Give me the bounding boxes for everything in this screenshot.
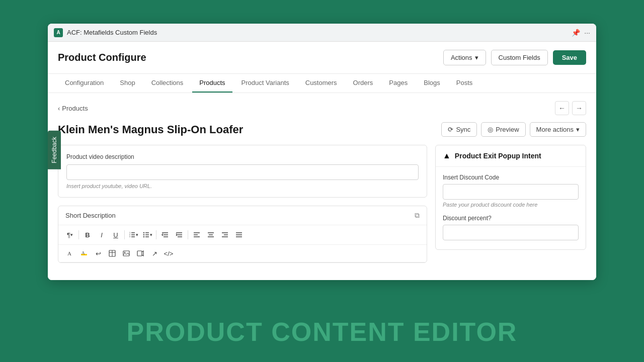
tab-product-variants[interactable]: Product Variants [234, 74, 296, 93]
underline-button[interactable]: U [109, 228, 122, 241]
more-actions-button[interactable]: More actions ▾ [530, 122, 586, 137]
align-left-button[interactable] [190, 228, 203, 241]
breadcrumb-nav: ← → [555, 101, 586, 115]
link-button[interactable]: ↗ [148, 247, 161, 260]
toolbar-row1: ¶ ▾ B I U 123 ▾ [58, 225, 427, 245]
table-button[interactable] [106, 247, 119, 260]
actions-button[interactable]: Actions ▾ [443, 50, 486, 65]
ordered-list-button[interactable]: 123 ▾ [127, 228, 140, 241]
breadcrumb-back-icon: ‹ [58, 105, 60, 112]
preview-icon: ◎ [488, 126, 493, 133]
feedback-tab[interactable]: Feedback [48, 131, 61, 169]
sync-label: Sync [456, 126, 470, 133]
svg-point-8 [143, 234, 144, 235]
two-col-layout: Product video description Insert product… [58, 145, 586, 263]
actions-chevron-icon: ▾ [475, 54, 478, 61]
product-actions: ⟳ Sync ◎ Preview More actions ▾ [441, 122, 586, 137]
indent-button[interactable] [173, 228, 186, 241]
feedback-label: Feedback [51, 137, 58, 163]
side-column: ▲ Product Exit Popup Intent Insert Disco… [435, 145, 586, 250]
discount-code-label: Insert Discount Code [443, 174, 579, 181]
breadcrumb-next-button[interactable]: → [572, 101, 586, 115]
tab-configuration[interactable]: Configuration [58, 74, 111, 93]
svg-point-10 [143, 236, 144, 237]
tab-collections[interactable]: Collections [144, 74, 191, 93]
breadcrumb-prev-button[interactable]: ← [555, 101, 569, 115]
image-button[interactable] [120, 247, 133, 260]
svg-rect-38 [137, 251, 142, 256]
discount-percent-label: Discount percent? [443, 215, 579, 222]
outdent-button[interactable] [158, 228, 172, 241]
ul-chevron-icon: ▾ [150, 232, 152, 237]
code-button[interactable]: </> [162, 247, 175, 260]
italic-button[interactable]: I [95, 228, 108, 241]
product-title-row: Klein Men's Magnus Slip-On Loafer ⟳ Sync… [58, 122, 586, 137]
tab-posts[interactable]: Posts [449, 74, 480, 93]
preview-label: Preview [496, 126, 519, 133]
toolbar-sep1 [78, 230, 79, 239]
tab-pages[interactable]: Pages [382, 74, 415, 93]
tab-products[interactable]: Products [192, 74, 232, 93]
header-actions: Actions ▾ Custom Fields Save [443, 50, 586, 65]
unordered-list-button[interactable]: ▾ [141, 228, 154, 241]
sync-button[interactable]: ⟳ Sync [441, 122, 477, 137]
collapse-icon[interactable]: ▲ [443, 151, 451, 160]
more-actions-chevron-icon: ▾ [576, 126, 580, 133]
toolbar-sep2 [124, 230, 125, 239]
highlight-button[interactable]: A [77, 247, 91, 260]
svg-text:A: A [67, 250, 71, 256]
tab-orders[interactable]: Orders [346, 74, 380, 93]
svg-text:3: 3 [129, 235, 131, 238]
app-header: Product Configure Actions ▾ Custom Field… [48, 42, 596, 74]
browser-chrome: A ACF: Metafields Custom Fields 📌 ··· [48, 24, 596, 42]
toolbar-sep3 [156, 230, 156, 239]
align-right-button[interactable] [218, 228, 231, 241]
para-chevron-icon: ▾ [70, 232, 73, 237]
bold-button[interactable]: B [81, 228, 94, 241]
video-field-hint: Insert product youtube, video URL. [66, 183, 419, 189]
svg-text:A: A [82, 250, 85, 255]
browser-more-icon[interactable]: ··· [584, 29, 590, 37]
align-center-button[interactable] [204, 228, 217, 241]
preview-button[interactable]: ◎ Preview [481, 122, 525, 137]
undo-button[interactable]: ↩ [92, 247, 105, 260]
svg-point-37 [124, 252, 125, 253]
video-button[interactable] [134, 247, 147, 260]
save-button[interactable]: Save [553, 50, 586, 65]
product-title: Klein Men's Magnus Slip-On Loafer [58, 123, 243, 136]
short-description-card: Short Description ⧉ ¶ ▾ B I [58, 206, 427, 263]
discount-percent-input[interactable] [443, 225, 579, 240]
tab-blogs[interactable]: Blogs [417, 74, 447, 93]
discount-code-input[interactable] [443, 184, 579, 200]
video-url-input[interactable] [66, 164, 419, 180]
page-content: ‹ Products ← → Klein Men's Magnus Slip-O… [48, 93, 596, 271]
actions-label: Actions [451, 54, 472, 61]
custom-fields-button[interactable]: Custom Fields [491, 50, 548, 65]
justify-button[interactable] [232, 228, 246, 241]
page-title: Product Configure [58, 52, 146, 63]
nav-tabs: Configuration Shop Collections Products … [48, 74, 596, 93]
copy-icon[interactable]: ⧉ [415, 211, 420, 220]
toolbar-row2: A A ↩ [58, 245, 427, 262]
browser-actions: 📌 ··· [572, 29, 590, 37]
breadcrumb: ‹ Products ← → [58, 101, 586, 115]
discount-code-hint: Paste your product discount code here [443, 202, 579, 208]
acf-logo: A [54, 28, 63, 37]
bottom-banner: PRODUCT CONTENT EDITOR [0, 302, 644, 362]
sync-icon: ⟳ [448, 126, 453, 133]
bottom-banner-text: PRODUCT CONTENT EDITOR [127, 317, 518, 347]
video-field-label: Product video description [66, 153, 419, 160]
breadcrumb-link[interactable]: ‹ Products [58, 105, 88, 112]
app-content: Product Configure Actions ▾ Custom Field… [48, 42, 596, 280]
desc-card-header: Short Description ⧉ [58, 206, 427, 225]
side-panel-header: ▲ Product Exit Popup Intent [436, 145, 586, 167]
pin-icon[interactable]: 📌 [572, 29, 580, 37]
font-color-button[interactable]: A [63, 247, 76, 260]
video-description-card: Product video description Insert product… [58, 145, 427, 198]
toolbar-sep4 [188, 230, 188, 239]
side-panel: ▲ Product Exit Popup Intent Insert Disco… [435, 145, 586, 250]
paragraph-dropdown[interactable]: ¶ ▾ [63, 228, 76, 241]
tab-shop[interactable]: Shop [113, 74, 142, 93]
tab-customers[interactable]: Customers [298, 74, 344, 93]
desc-card-title: Short Description [65, 212, 116, 219]
